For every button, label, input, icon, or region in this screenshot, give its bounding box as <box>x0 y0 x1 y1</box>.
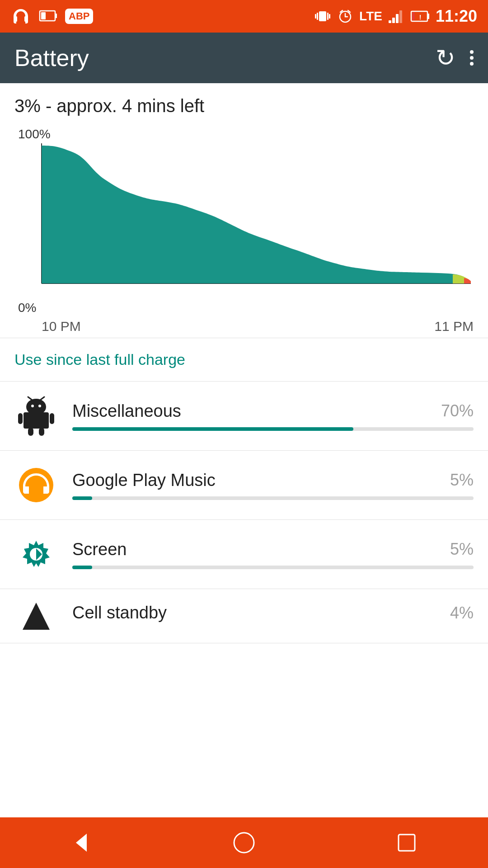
battery-item-content-cell: Cell standby 4% <box>72 603 474 629</box>
battery-item-bar-fill-miscellaneous <box>72 427 353 431</box>
full-charge-link[interactable]: Use since last full charge <box>0 338 488 381</box>
svg-text:!: ! <box>47 12 49 20</box>
battery-warning-icon: ! <box>38 6 58 26</box>
page-title: Battery <box>14 44 89 71</box>
svg-rect-35 <box>39 428 44 436</box>
battery-item-percent-cell: 4% <box>450 604 474 623</box>
svg-rect-37 <box>24 486 29 494</box>
lte-icon: LTE <box>359 9 382 24</box>
svg-rect-1 <box>24 16 28 22</box>
android-icon <box>14 394 58 438</box>
back-button[interactable] <box>63 825 99 861</box>
cell-standby-icon <box>14 594 58 638</box>
svg-rect-10 <box>329 14 330 19</box>
bottom-navigation <box>0 817 488 868</box>
battery-item-bar-fill-screen <box>72 566 92 569</box>
status-bar-right: LTE ! 11:20 <box>314 7 477 26</box>
svg-rect-38 <box>43 486 48 494</box>
svg-rect-17 <box>392 18 395 23</box>
svg-rect-7 <box>317 13 318 20</box>
battery-item-header-screen: Screen 5% <box>72 540 474 559</box>
signal-icon <box>388 8 405 25</box>
battery-item-name-miscellaneous: Miscellaneous <box>72 401 181 421</box>
battery-item-name-cell: Cell standby <box>72 603 167 623</box>
svg-rect-43 <box>399 835 415 851</box>
svg-point-29 <box>38 405 41 407</box>
battery-item-percent-music: 5% <box>450 471 474 490</box>
battery-item-music[interactable]: Google Play Music 5% <box>0 451 488 520</box>
battery-item-bar-bg-miscellaneous <box>72 427 474 431</box>
app-bar: Battery ↻ <box>0 33 488 83</box>
svg-point-28 <box>31 405 34 407</box>
battery-item-name-music: Google Play Music <box>72 471 216 490</box>
svg-rect-19 <box>399 10 402 23</box>
app-bar-actions: ↻ <box>436 44 474 71</box>
battery-item-bar-bg-screen <box>72 566 474 569</box>
svg-marker-40 <box>23 603 50 630</box>
svg-rect-22 <box>412 13 414 20</box>
battery-item-miscellaneous[interactable]: Miscellaneous 70% <box>0 382 488 451</box>
battery-item-percent-screen: 5% <box>450 540 474 559</box>
battery-item-content-music: Google Play Music 5% <box>72 471 474 500</box>
battery-item-bar-bg-music <box>72 496 474 500</box>
svg-rect-18 <box>396 14 399 23</box>
battery-low-icon: ! <box>410 8 430 25</box>
battery-status-text: 3% - approx. 4 mins left <box>0 83 488 123</box>
battery-item-header-miscellaneous: Miscellaneous 70% <box>72 401 474 421</box>
svg-rect-9 <box>315 14 316 19</box>
svg-rect-34 <box>28 428 33 436</box>
status-bar-left-icons: ! ABP <box>11 6 93 26</box>
svg-text:!: ! <box>419 14 422 21</box>
svg-rect-4 <box>41 12 46 19</box>
clock: 11:20 <box>436 7 477 26</box>
chart-y-label-top: 100% <box>18 127 474 142</box>
home-button[interactable] <box>226 825 262 861</box>
alarm-icon <box>337 8 354 25</box>
battery-item-name-screen: Screen <box>72 540 127 559</box>
battery-item-bar-fill-music <box>72 496 92 500</box>
svg-rect-16 <box>389 20 391 23</box>
battery-item-cell-standby[interactable]: Cell standby 4% <box>0 589 488 643</box>
battery-item-percent-miscellaneous: 70% <box>441 401 474 420</box>
svg-rect-33 <box>50 413 54 424</box>
refresh-button[interactable]: ↻ <box>436 44 455 71</box>
svg-rect-21 <box>427 14 429 19</box>
svg-marker-41 <box>76 834 87 852</box>
svg-point-27 <box>26 399 46 415</box>
battery-item-content-miscellaneous: Miscellaneous 70% <box>72 401 474 431</box>
chart-x-label-11pm: 11 PM <box>434 319 474 334</box>
music-icon <box>14 463 58 507</box>
svg-rect-8 <box>327 13 328 20</box>
recents-button[interactable] <box>389 825 425 861</box>
chart-svg-wrapper <box>14 143 474 299</box>
svg-rect-0 <box>14 16 17 22</box>
abp-icon: ABP <box>65 9 93 24</box>
svg-point-42 <box>234 833 254 853</box>
svg-rect-6 <box>319 11 326 21</box>
screen-icon <box>14 533 58 576</box>
status-bar: ! ABP LTE <box>0 0 488 33</box>
battery-item-screen[interactable]: Screen 5% <box>0 520 488 589</box>
main-content: 3% - approx. 4 mins left 100% 0% 10 PM 1… <box>0 83 488 817</box>
svg-rect-3 <box>55 14 57 18</box>
chart-x-label-10pm: 10 PM <box>42 319 81 334</box>
more-options-button[interactable] <box>470 50 474 66</box>
battery-item-content-screen: Screen 5% <box>72 540 474 569</box>
svg-line-31 <box>41 397 44 400</box>
battery-item-header-music: Google Play Music 5% <box>72 471 474 490</box>
battery-item-header-cell: Cell standby 4% <box>72 603 474 623</box>
chart-y-label-bottom: 0% <box>18 301 474 315</box>
svg-line-30 <box>28 397 32 400</box>
chart-x-labels: 10 PM 11 PM <box>14 315 474 334</box>
battery-chart: 100% 0% 10 PM 11 PM <box>0 123 488 338</box>
vibrate-icon <box>314 8 331 25</box>
headphone-icon <box>11 6 31 26</box>
svg-rect-32 <box>18 413 23 424</box>
battery-chart-svg <box>14 143 473 297</box>
